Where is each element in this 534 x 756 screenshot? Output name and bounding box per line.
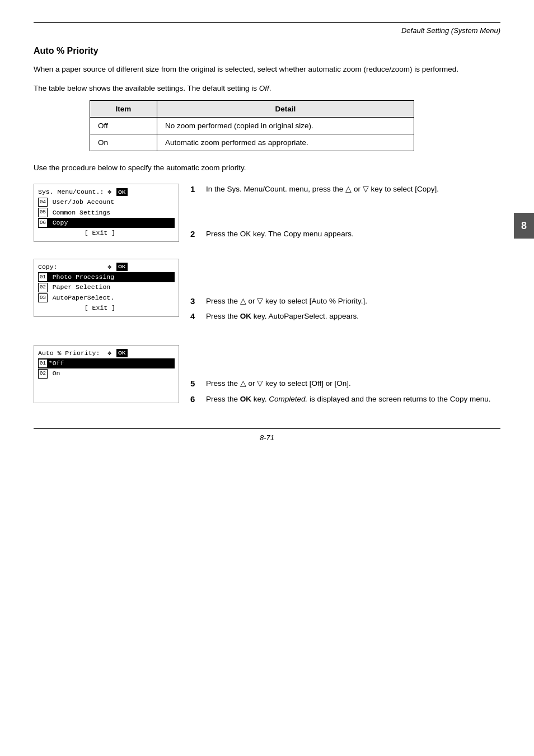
- icon-05: 05: [38, 208, 48, 217]
- row-off-item: Off: [90, 117, 157, 134]
- screen3: Auto % Priority: ✥ OK 01*Off 02 On: [34, 345, 179, 403]
- step-3-num: 3: [190, 296, 206, 306]
- screen3-blank2: [38, 389, 175, 399]
- table-row: Off No zoom performed (copied in origina…: [90, 117, 414, 134]
- step-3: 3 Press the △ or ▽ key to select [Auto %…: [190, 296, 500, 307]
- chapter-badge: 8: [514, 213, 534, 239]
- ok-badge-2: OK: [116, 263, 128, 270]
- step-5: 5 Press the △ or ▽ key to select [Off] o…: [190, 378, 500, 389]
- icon-01: 01: [38, 273, 48, 282]
- screen2-line2: 02 Paper Selection: [38, 282, 175, 292]
- steps-right-column: 1 In the Sys. Menu/Count. menu, press th…: [190, 184, 500, 412]
- procedure-intro: Use the procedure below to specify the a…: [34, 162, 500, 174]
- screen3-group: Auto % Priority: ✥ OK 01*Off 02 On: [34, 345, 179, 403]
- icon-02b: 02: [38, 369, 48, 378]
- step-1-text: In the Sys. Menu/Count. menu, press the …: [206, 184, 500, 195]
- screens-column: Sys. Menu/Count.: ✥ OK 04 User/Job Accou…: [34, 184, 179, 412]
- step-4: 4 Press the OK key. AutoPaperSelect. app…: [190, 311, 500, 322]
- header-line: [34, 22, 500, 23]
- header-title: Default Setting (System Menu): [34, 26, 500, 35]
- screen2-group: Copy: ✥ OK 01 Photo Processing 02 Paper …: [34, 259, 179, 317]
- step-3-text: Press the △ or ▽ key to select [Auto % P…: [206, 296, 500, 307]
- step-1-num: 1: [190, 184, 206, 194]
- screen1-line2: 05 Common Settings: [38, 208, 175, 218]
- section-title: Auto % Priority: [34, 46, 500, 56]
- screen1-exit: [ Exit ]: [38, 228, 175, 238]
- screen3-line2: 02 On: [38, 368, 175, 379]
- row-off-detail: No zoom performed (copied in original si…: [157, 117, 414, 134]
- icon-06: 06: [38, 218, 48, 227]
- screen1-line1: 04 User/Job Account: [38, 197, 175, 207]
- row-on-item: On: [90, 134, 157, 151]
- ok-badge-3: OK: [116, 349, 128, 357]
- screen1-title: Sys. Menu/Count.: ✥ OK: [38, 187, 175, 197]
- steps-container: Sys. Menu/Count.: ✥ OK 04 User/Job Accou…: [34, 184, 500, 412]
- table-row: On Automatic zoom performed as appropria…: [90, 134, 414, 151]
- step-2: 2 Press the OK key. The Copy menu appear…: [190, 228, 500, 240]
- row-on-detail: Automatic zoom performed as appropriate.: [157, 134, 414, 151]
- screen3-title: Auto % Priority: ✥ OK: [38, 348, 175, 358]
- screen1: Sys. Menu/Count.: ✥ OK 04 User/Job Accou…: [34, 184, 179, 242]
- screen1-line3: 06 Copy: [38, 218, 175, 228]
- icon-01b: 01: [38, 359, 48, 368]
- footer-text: 8-71: [34, 433, 500, 442]
- step-5-text: Press the △ or ▽ key to select [Off] or …: [206, 378, 500, 389]
- icon-04: 04: [38, 198, 48, 207]
- screen2: Copy: ✥ OK 01 Photo Processing 02 Paper …: [34, 259, 179, 317]
- step-4-num: 4: [190, 311, 206, 321]
- screen1-group: Sys. Menu/Count.: ✥ OK 04 User/Job Accou…: [34, 184, 179, 242]
- screen3-line1: 01*Off: [38, 358, 175, 368]
- icon-03: 03: [38, 293, 48, 302]
- intro-text: When a paper source of different size fr…: [34, 64, 500, 75]
- table-intro-italic: Off: [259, 84, 269, 92]
- icon-02: 02: [38, 283, 48, 292]
- screen2-line3: 03 AutoPaperSelect.: [38, 293, 175, 303]
- table-intro-part2: .: [269, 84, 271, 92]
- settings-table: Item Detail Off No zoom performed (copie…: [90, 100, 414, 151]
- table-intro-part1: The table below shows the available sett…: [34, 84, 259, 92]
- screen3-blank1: [38, 379, 175, 389]
- step-6: 6 Press the OK key. Completed. is displa…: [190, 394, 500, 405]
- step-6-num: 6: [190, 394, 206, 404]
- screen2-exit: [ Exit ]: [38, 303, 175, 313]
- ok-badge: OK: [116, 188, 128, 196]
- table-intro: The table below shows the available sett…: [34, 83, 500, 94]
- step-5-num: 5: [190, 378, 206, 388]
- screen2-line1: 01 Photo Processing: [38, 272, 175, 282]
- col-header-detail: Detail: [157, 100, 414, 117]
- step-2-text: Press the OK key. The Copy menu appears.: [206, 228, 500, 240]
- screen2-title: Copy: ✥ OK: [38, 262, 175, 272]
- step-1: 1 In the Sys. Menu/Count. menu, press th…: [190, 184, 500, 195]
- col-header-item: Item: [90, 100, 157, 117]
- step-2-num: 2: [190, 228, 206, 239]
- footer-line: [34, 428, 500, 429]
- page: Default Setting (System Menu) Auto % Pri…: [0, 0, 534, 756]
- step-6-text: Press the OK key. Completed. is displaye…: [206, 394, 500, 405]
- step-4-text: Press the OK key. AutoPaperSelect. appea…: [206, 311, 500, 322]
